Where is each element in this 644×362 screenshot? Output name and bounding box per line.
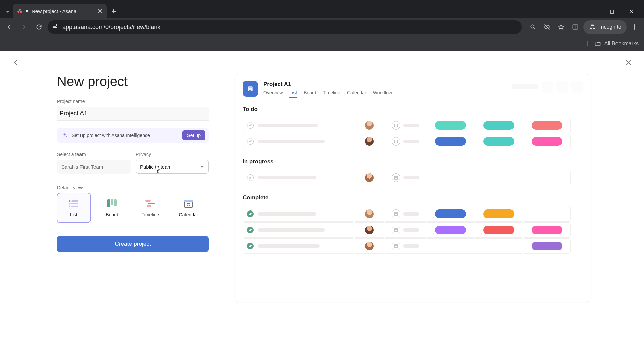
app-content: New project Project name Set up project … xyxy=(0,51,644,362)
svg-rect-30 xyxy=(394,124,398,127)
nav-reload-button[interactable] xyxy=(33,21,45,33)
incognito-icon xyxy=(589,23,596,31)
privacy-select[interactable]: Public to team xyxy=(136,160,209,174)
section-title-todo: To do xyxy=(243,106,583,113)
incognito-indicator[interactable]: Incognito xyxy=(583,20,627,34)
board-view-icon xyxy=(106,198,118,208)
browser-toolbar: app.asana.com/0/projects/new/blank Incog… xyxy=(0,18,644,36)
status-tag xyxy=(435,121,466,130)
create-project-button[interactable]: Create project xyxy=(57,236,209,252)
app-back-button[interactable] xyxy=(10,57,22,69)
view-option-calendar[interactable]: Calendar xyxy=(172,193,205,223)
nav-back-button[interactable] xyxy=(3,21,15,33)
preview-header-ghost xyxy=(512,81,583,93)
svg-rect-29 xyxy=(249,90,251,90)
svg-rect-17 xyxy=(107,199,110,207)
preview-tab-calendar[interactable]: Calendar xyxy=(347,90,366,98)
project-name-input[interactable] xyxy=(57,107,209,121)
site-controls-icon[interactable] xyxy=(52,23,58,31)
status-tag xyxy=(435,137,466,146)
url-text: app.asana.com/0/projects/new/blank xyxy=(62,24,160,31)
preview-tab-timeline[interactable]: Timeline xyxy=(323,90,340,98)
status-tag xyxy=(483,121,514,130)
preview-tab-overview[interactable]: Overview xyxy=(263,90,283,98)
view-option-board[interactable]: Board xyxy=(95,193,129,223)
svg-rect-24 xyxy=(184,200,193,202)
preview-tab-board[interactable]: Board xyxy=(304,90,316,98)
calendar-icon xyxy=(392,242,400,250)
browser-tab[interactable]: New project - Asana xyxy=(13,4,107,18)
list-view-icon xyxy=(68,198,79,208)
svg-rect-35 xyxy=(394,245,398,248)
svg-rect-19 xyxy=(114,199,117,206)
tab-search-button[interactable] xyxy=(3,6,13,18)
side-panel-icon[interactable] xyxy=(569,21,581,33)
svg-point-15 xyxy=(69,206,71,207)
avatar xyxy=(365,242,374,250)
window-maximize-button[interactable] xyxy=(602,5,622,18)
unsaved-dot-icon xyxy=(26,10,28,12)
new-project-form: New project Project name Set up project … xyxy=(0,71,235,362)
project-color-badge xyxy=(243,81,258,97)
tab-strip: New project - Asana xyxy=(0,0,644,18)
chevron-down-icon xyxy=(200,164,204,169)
view-option-list[interactable]: List xyxy=(57,193,91,223)
ai-setup-bar: Set up project with Asana Intelligence S… xyxy=(57,128,209,143)
window-minimize-button[interactable] xyxy=(583,5,602,18)
avatar xyxy=(365,209,374,218)
preview-tab-list[interactable]: List xyxy=(289,90,297,98)
folder-icon xyxy=(594,40,601,47)
status-tag xyxy=(483,209,514,218)
svg-point-2 xyxy=(20,11,22,13)
ai-setup-button[interactable]: Set up xyxy=(182,130,205,140)
task-check-icon xyxy=(247,174,254,181)
eye-off-icon[interactable] xyxy=(541,21,553,33)
status-tag xyxy=(483,226,514,234)
svg-rect-28 xyxy=(249,89,252,89)
task-check-done-icon xyxy=(247,210,254,217)
svg-point-1 xyxy=(17,11,19,13)
app-close-button[interactable] xyxy=(623,57,635,69)
timeline-view-icon xyxy=(145,198,156,208)
svg-rect-32 xyxy=(394,176,398,179)
status-tag xyxy=(532,121,562,130)
svg-rect-16 xyxy=(71,206,78,207)
svg-point-25 xyxy=(187,203,190,206)
avatar xyxy=(365,226,374,234)
bookmark-star-icon[interactable] xyxy=(555,21,567,33)
bookmarks-bar: | All Bookmarks xyxy=(0,36,644,51)
preview-project-title: Project A1 xyxy=(263,81,392,88)
search-icon[interactable] xyxy=(527,21,539,33)
window-close-button[interactable] xyxy=(622,5,641,18)
tab-close-button[interactable] xyxy=(97,8,103,14)
svg-point-13 xyxy=(69,203,71,205)
new-tab-button[interactable] xyxy=(108,6,119,17)
task-row xyxy=(243,222,583,238)
browser-menu-button[interactable] xyxy=(629,21,641,33)
task-row xyxy=(243,170,583,186)
incognito-label: Incognito xyxy=(599,24,621,30)
task-check-done-icon xyxy=(247,227,254,233)
project-preview-panel: Project A1 Overview List Board Timeline … xyxy=(235,74,590,302)
tab-title: New project - Asana xyxy=(32,8,94,14)
svg-rect-33 xyxy=(394,213,398,216)
task-check-done-icon xyxy=(247,243,254,249)
svg-rect-31 xyxy=(394,140,398,143)
task-row xyxy=(243,117,583,133)
preview-tab-workflow[interactable]: Workflow xyxy=(373,90,392,98)
task-row xyxy=(243,206,583,222)
svg-rect-12 xyxy=(71,201,78,202)
nav-forward-button[interactable] xyxy=(18,21,30,33)
section-complete: Complete xyxy=(243,194,583,254)
svg-rect-21 xyxy=(148,203,155,204)
ai-text: Set up project with Asana Intelligence xyxy=(72,133,178,138)
status-tag xyxy=(532,242,562,250)
view-option-timeline[interactable]: Timeline xyxy=(133,193,167,223)
status-tag xyxy=(532,137,562,146)
avatar xyxy=(365,121,374,130)
calendar-view-icon xyxy=(183,198,194,208)
address-bar[interactable]: app.asana.com/0/projects/new/blank xyxy=(48,20,522,34)
calendar-icon xyxy=(392,137,400,146)
svg-point-10 xyxy=(634,29,635,30)
all-bookmarks-button[interactable]: All Bookmarks xyxy=(604,41,639,47)
